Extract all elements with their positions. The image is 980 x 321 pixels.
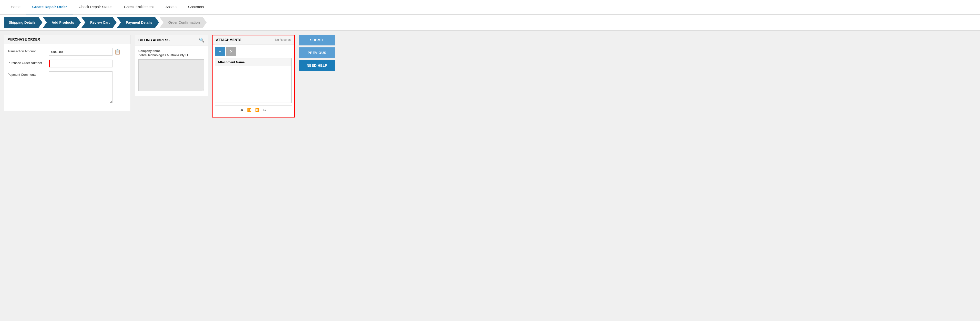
need-help-button[interactable]: NEED HELP bbox=[299, 60, 335, 71]
top-navigation: Home Create Repair Order Check Repair St… bbox=[0, 0, 980, 14]
wizard-step-shipping[interactable]: Shipping Details bbox=[4, 17, 43, 28]
nav-assets[interactable]: Assets bbox=[159, 0, 182, 14]
attachment-empty-row-2 bbox=[215, 73, 292, 81]
po-number-wrap bbox=[49, 60, 127, 67]
po-number-row: Purchase Order Number bbox=[8, 60, 127, 67]
billing-search-icon[interactable]: 🔍 bbox=[199, 37, 204, 43]
company-name-value: Zebra Technologies Australia Pty Lt... bbox=[138, 53, 204, 57]
billing-address-textarea[interactable] bbox=[138, 59, 204, 91]
submit-button[interactable]: SUBMIT bbox=[299, 35, 335, 45]
purchase-order-body: Transaction Amount 📋 Purchase Order Numb… bbox=[4, 44, 130, 111]
wizard-step-review-cart[interactable]: Review Cart bbox=[81, 17, 116, 28]
billing-address-panel: BILLING ADDRESS 🔍 Company Name Zebra Tec… bbox=[135, 35, 208, 96]
nav-check-repair-status[interactable]: Check Repair Status bbox=[73, 0, 118, 14]
purchase-order-panel: PURCHASE ORDER Transaction Amount 📋 Purc… bbox=[4, 35, 131, 111]
company-name-label: Company Name bbox=[138, 50, 204, 53]
nav-create-repair-order[interactable]: Create Repair Order bbox=[26, 0, 73, 14]
wizard-bar: Shipping Details Add Products Review Car… bbox=[0, 14, 980, 31]
payment-comments-textarea[interactable] bbox=[49, 71, 113, 103]
pagination-first-button[interactable]: ⏮ bbox=[239, 107, 244, 112]
attachment-empty-row-5 bbox=[215, 96, 292, 103]
transaction-amount-label: Transaction Amount bbox=[8, 48, 47, 53]
payment-comments-wrap bbox=[49, 71, 127, 103]
attachments-panel: ATTACHMENTS No Records + ✕ Attachment Na… bbox=[212, 35, 295, 118]
wizard-step-add-products[interactable]: Add Products bbox=[43, 17, 81, 28]
po-number-label: Purchase Order Number bbox=[8, 60, 47, 65]
attachment-empty-row-3 bbox=[215, 81, 292, 88]
transaction-amount-input[interactable] bbox=[49, 48, 113, 56]
po-number-input[interactable] bbox=[49, 60, 113, 67]
delete-attachment-button[interactable]: ✕ bbox=[226, 47, 236, 56]
attachments-title: ATTACHMENTS bbox=[216, 38, 241, 42]
billing-body: Company Name Zebra Technologies Australi… bbox=[135, 45, 208, 96]
pagination-last-button[interactable]: ⏭ bbox=[262, 107, 268, 112]
transaction-amount-row: Transaction Amount 📋 bbox=[8, 48, 127, 56]
pagination-next-button[interactable]: ⏩ bbox=[254, 107, 260, 112]
attachment-empty-row-4 bbox=[215, 88, 292, 96]
content-row: PURCHASE ORDER Transaction Amount 📋 Purc… bbox=[4, 35, 976, 118]
action-buttons-panel: SUBMIT PREVIOUS NEED HELP bbox=[299, 35, 335, 71]
no-records-badge: No Records bbox=[275, 38, 291, 42]
pagination-prev-button[interactable]: ⏪ bbox=[246, 107, 252, 112]
attachments-header: ATTACHMENTS No Records bbox=[213, 35, 294, 45]
attachment-name-col-header: Attachment Name bbox=[215, 58, 292, 66]
document-icon[interactable]: 📋 bbox=[115, 49, 121, 55]
payment-comments-label: Payment Comments bbox=[8, 71, 47, 77]
main-content: PURCHASE ORDER Transaction Amount 📋 Purc… bbox=[0, 31, 980, 320]
previous-button[interactable]: PREVIOUS bbox=[299, 47, 335, 58]
billing-address-title: BILLING ADDRESS bbox=[138, 38, 170, 42]
nav-check-entitlement[interactable]: Check Entitlement bbox=[118, 0, 159, 14]
nav-contracts[interactable]: Contracts bbox=[182, 0, 210, 14]
attachment-empty-row-1 bbox=[215, 66, 292, 73]
billing-header: BILLING ADDRESS 🔍 bbox=[135, 35, 208, 45]
nav-home[interactable]: Home bbox=[5, 0, 26, 14]
wizard-step-payment-details[interactable]: Payment Details bbox=[117, 17, 159, 28]
attachments-body: + ✕ Attachment Name bbox=[213, 45, 294, 117]
payment-comments-row: Payment Comments bbox=[8, 71, 127, 103]
transaction-amount-wrap: 📋 bbox=[49, 48, 127, 56]
purchase-order-title: PURCHASE ORDER bbox=[4, 35, 130, 44]
wizard-step-order-confirmation[interactable]: Order Confirmation bbox=[159, 17, 207, 28]
add-attachment-button[interactable]: + bbox=[215, 47, 225, 56]
attach-buttons: + ✕ bbox=[215, 47, 292, 56]
attachment-table: Attachment Name bbox=[215, 58, 292, 103]
attachment-pagination: ⏮ ⏪ ⏩ ⏭ bbox=[215, 105, 292, 114]
